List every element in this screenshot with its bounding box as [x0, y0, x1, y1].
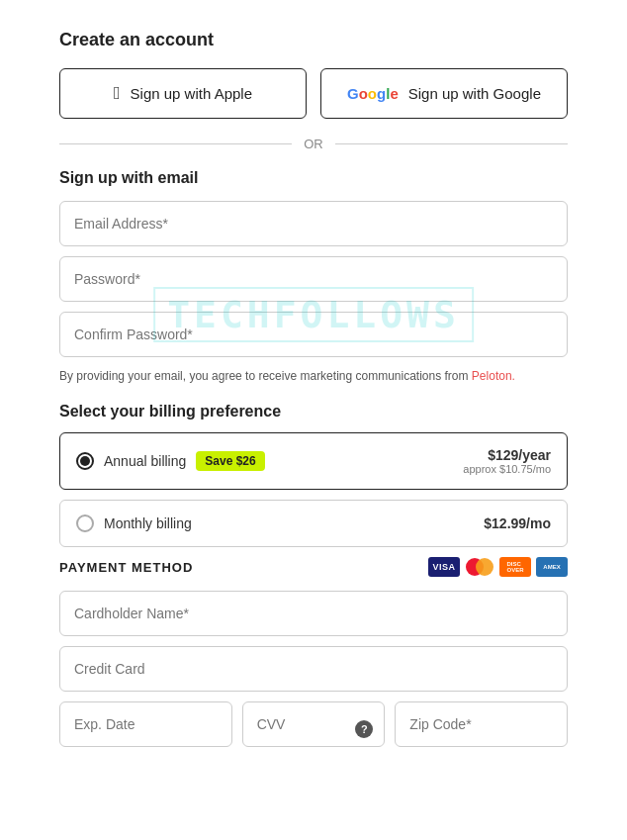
apple-signup-button[interactable]:  Sign up with Apple [59, 68, 307, 119]
annual-billing-option[interactable]: Annual billing Save $26 $129/year approx… [59, 432, 568, 490]
page-title: Create an account [59, 30, 568, 50]
or-divider: OR [59, 137, 568, 151]
social-buttons:  Sign up with Apple Google Sign up with… [59, 68, 568, 119]
credit-card-input[interactable] [59, 646, 568, 692]
exp-date-input[interactable] [59, 701, 232, 747]
email-section-label: Sign up with email [59, 169, 568, 187]
peloton-link[interactable]: Peloton. [472, 369, 515, 383]
billing-label: Select your billing preference [59, 403, 568, 420]
password-input[interactable] [59, 256, 568, 302]
discover-icon: DISCOVER [499, 557, 531, 577]
google-signup-label: Sign up with Google [408, 85, 541, 102]
card-details-row: ? [59, 701, 568, 757]
save-badge: Save $26 [196, 451, 264, 471]
card-icons: VISA DISCOVER AMEX [428, 557, 568, 577]
annual-billing-price: $129/year approx $10.75/mo [463, 447, 551, 475]
cvv-wrapper: ? [242, 701, 386, 757]
google-signup-button[interactable]: Google Sign up with Google [320, 68, 568, 119]
annual-billing-text: Annual billing [104, 453, 186, 469]
cardholder-name-input[interactable] [59, 591, 568, 636]
zip-code-input[interactable] [395, 701, 568, 747]
apple-icon:  [114, 83, 121, 104]
google-icon: Google [347, 85, 399, 102]
monthly-radio[interactable] [76, 514, 94, 532]
amex-icon: AMEX [536, 557, 568, 577]
email-input[interactable] [59, 201, 568, 246]
payment-label: PAYMENT METHOD [59, 560, 193, 575]
consent-text: By providing your email, you agree to re… [59, 367, 568, 385]
annual-radio[interactable] [76, 452, 94, 470]
apple-signup-label: Sign up with Apple [131, 85, 252, 102]
annual-price-sub: approx $10.75/mo [463, 463, 551, 475]
mastercard-icon [465, 557, 494, 577]
cvv-help-icon[interactable]: ? [355, 720, 373, 738]
payment-header: PAYMENT METHOD VISA DISCOVER AMEX [59, 557, 568, 577]
visa-icon: VISA [428, 557, 460, 577]
monthly-price: $12.99/mo [484, 515, 551, 531]
annual-price-main: $129/year [463, 447, 551, 463]
monthly-billing-option[interactable]: Monthly billing $12.99/mo [59, 500, 568, 547]
monthly-billing-text: Monthly billing [104, 515, 192, 531]
or-text: OR [304, 137, 323, 151]
confirm-password-input[interactable] [59, 312, 568, 357]
